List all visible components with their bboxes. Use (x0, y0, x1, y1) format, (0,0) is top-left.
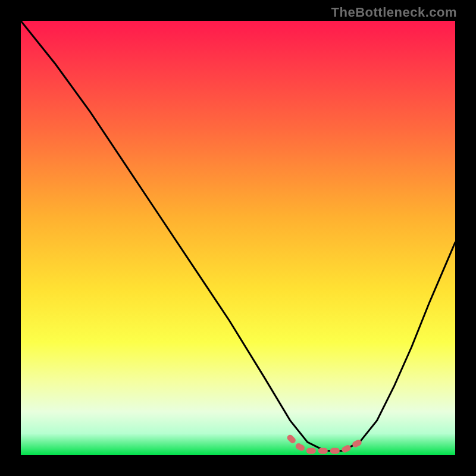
minimum-band (290, 438, 360, 451)
plot-area (21, 21, 455, 455)
bottleneck-curve (21, 21, 455, 451)
watermark-text: TheBottleneck.com (331, 5, 457, 20)
chart-frame: TheBottleneck.com (0, 0, 476, 476)
curve-layer (21, 21, 455, 455)
